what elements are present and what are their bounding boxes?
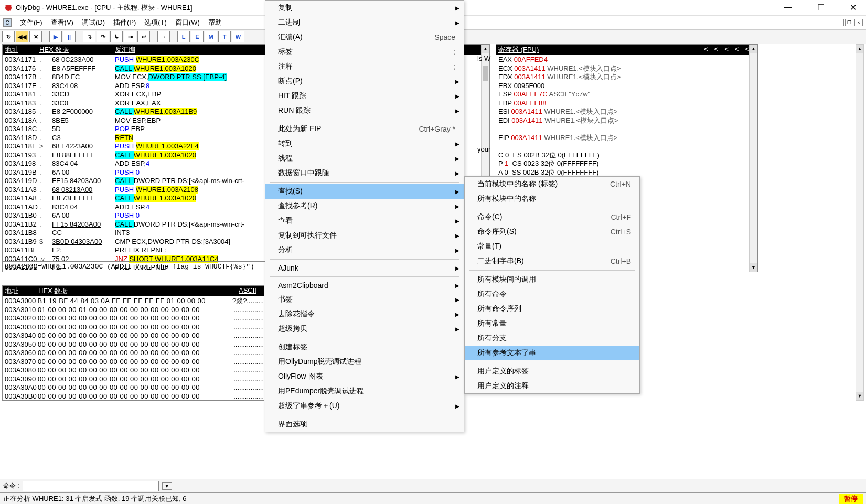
hex-body[interactable]: 003A3000B1 19 BF 44 84 03 0A FF FF FF FF… [3,296,264,401]
restart-button[interactable]: ↻ [2,31,15,42]
context-menu-item[interactable]: 注释; [265,59,464,74]
hex-line[interactable]: 003A302000 00 00 00 00 00 00 00 00 00 00… [3,314,264,323]
context-menu-item[interactable]: 所有模块中的名称 [465,191,639,206]
context-menu-item[interactable]: 此处为新 EIPCtrl+Gray * [265,122,464,136]
hex-line[interactable]: 003A303000 00 00 00 00 00 00 00 00 00 00… [3,323,264,332]
registers-body[interactable]: EAX 00AFFED4ECX 003A1411 WHURE1.<模块入口点>E… [496,55,757,195]
context-menu-item[interactable]: 所有常量 [465,316,639,331]
menu-item[interactable]: 帮助 [204,17,226,28]
menu-item[interactable]: 查看(V) [47,17,78,28]
context-menu-item[interactable]: 汇编(A)Space [265,30,464,45]
context-menu-item[interactable]: 去除花指令▶ [265,307,464,321]
context-menu-item[interactable]: 二进制字串(B)Ctrl+B [465,254,639,269]
close-button[interactable]: ✕ [844,2,862,14]
context-menu-item[interactable]: 用PEdumper脱壳调试进程 [265,384,464,399]
context-menu-item[interactable]: 数据窗口中跟随▶ [265,166,464,180]
toolbar-window-button[interactable]: M [205,31,217,42]
step-into-button[interactable]: ↴ [83,31,95,42]
scroll-up-icon[interactable]: ▲ [482,45,489,53]
run-button[interactable]: ▶ [49,31,62,42]
hex-line[interactable]: 003A3000B1 19 BF 44 84 03 0A FF FF FF FF… [3,297,264,306]
context-menu-item[interactable]: 命令(C)Ctrl+F [465,210,639,224]
context-menu-item[interactable]: Asm2Clipboard▶ [265,278,464,292]
context-menu-main[interactable]: 复制▶二进制▶汇编(A)Space标签:注释;断点(P)▶HIT 跟踪▶RUN … [265,0,464,432]
context-menu-item[interactable]: 所有命令序列 [465,302,639,316]
trace-into-button[interactable]: ↳ [110,31,123,42]
toolbar-window-button[interactable]: T [218,31,231,42]
hex-line[interactable]: 003A30A000 00 00 00 00 00 00 00 00 00 00… [3,383,264,392]
goto-button[interactable]: → [157,31,170,42]
mdi-minimize-icon[interactable]: _ [836,19,844,26]
registers-scrollbar[interactable]: ▲ ▼ [749,45,757,272]
register-nav-arrows[interactable]: <<<<< [704,45,755,55]
minimize-button[interactable]: — [778,2,797,14]
context-menu-item[interactable]: 标签: [265,45,464,59]
register-line[interactable]: EBX 0095F000 [496,82,757,91]
context-menu-item[interactable]: RUN 跟踪▶ [265,103,464,118]
context-menu-item[interactable]: 查找(S)▶ [265,184,464,199]
toolbar-window-button[interactable]: W [232,31,244,42]
hex-line[interactable]: 003A307000 00 00 00 00 00 00 00 00 00 00… [3,358,264,367]
context-menu-item[interactable]: 常量(T) [465,239,639,254]
context-menu-item[interactable]: OllyFlow 图表▶ [265,369,464,384]
menu-item[interactable]: 插件(P) [109,17,140,28]
hex-line[interactable]: 003A301001 00 00 00 01 00 00 00 00 00 00… [3,306,264,315]
hex-line[interactable]: 003A306000 00 00 00 00 00 00 00 00 00 00… [3,349,264,358]
flag-line[interactable]: C 0 ES 002B 32位 0(FFFFFFFF) [496,151,757,160]
context-menu-item[interactable]: 线程▶ [265,151,464,166]
menu-item[interactable]: 窗口(W) [171,17,204,28]
context-menu-item[interactable]: 分析▶ [265,243,464,258]
menu-item[interactable]: 选项(T) [140,17,171,28]
context-menu-item[interactable]: 复制▶ [265,1,464,15]
register-line[interactable]: ECX 003A1411 WHURE1.<模块入口点> [496,65,757,73]
register-line[interactable]: ESI 003A1411 WHURE1.<模块入口点> [496,108,757,116]
context-menu-item[interactable]: 超级拷贝▶ [265,321,464,336]
hex-line[interactable]: 003A305000 00 00 00 00 00 00 00 00 00 00… [3,340,264,349]
context-menu-item[interactable]: 创建标签 [265,340,464,355]
register-line[interactable]: ESP 00AFFE7C ASCII "Yc7w" [496,90,757,99]
context-menu-item[interactable]: 所有命令 [465,287,639,302]
rewind-button[interactable]: ◀◀ [16,31,28,42]
hex-line[interactable]: 003A304000 00 00 00 00 00 00 00 00 00 00… [3,331,264,340]
register-line[interactable]: EAX 00AFFED4 [496,56,757,65]
context-menu-item[interactable]: 用户定义的标签 [465,364,639,379]
context-menu-search[interactable]: 当前模块中的名称 (标签)Ctrl+N所有模块中的名称命令(C)Ctrl+F命令… [464,176,640,394]
context-menu-item[interactable]: 转到▶ [265,136,464,151]
context-menu-item[interactable]: 所有分支 [465,331,639,346]
context-menu-item[interactable]: 所有模块间的调用 [465,272,639,287]
flag-line[interactable]: P 1 CS 0023 32位 0(FFFFFFFF) [496,159,757,168]
trace-over-button[interactable]: ⇥ [124,31,136,42]
close-debug-button[interactable]: ✕ [29,31,42,42]
command-input[interactable] [23,481,159,491]
scroll-down-icon[interactable]: ▼ [750,263,757,272]
register-line[interactable]: EDX 003A1411 WHURE1.<模块入口点> [496,73,757,82]
hex-line[interactable]: 003A308000 00 00 00 00 00 00 00 00 00 00… [3,366,264,375]
context-menu-item[interactable]: 界面选项 [265,417,464,432]
context-menu-item[interactable]: 复制到可执行文件▶ [265,228,464,243]
outer-scrollbar[interactable]: ▲ ▼ [856,44,864,401]
context-menu-item[interactable]: 二进制▶ [265,15,464,30]
hex-line[interactable]: 003A30B000 00 00 00 00 00 00 00 00 00 00… [3,392,264,401]
execute-till-return-button[interactable]: ↩ [137,31,150,42]
step-over-button[interactable]: ↷ [97,31,109,42]
hex-line[interactable]: 003A309000 00 00 00 00 00 00 00 00 00 00… [3,375,264,384]
menu-item[interactable]: 文件(F) [16,17,47,28]
context-menu-item[interactable]: 超级字串参考＋(U)▶ [265,399,464,413]
context-menu-item[interactable]: AJunk▶ [265,261,464,275]
scroll-up-icon[interactable]: ▲ [750,45,757,53]
menu-item[interactable]: 调试(D) [78,17,109,28]
context-menu-item[interactable]: 查看▶ [265,213,464,228]
context-menu-item[interactable]: 当前模块中的名称 (标签)Ctrl+N [465,177,639,191]
pause-button[interactable]: || [63,31,76,42]
maximize-button[interactable]: ☐ [812,2,830,14]
command-dropdown-icon[interactable]: ▼ [162,482,172,490]
context-menu-item[interactable]: 查找参考(R)▶ [265,199,464,213]
toolbar-window-button[interactable]: L [177,31,190,42]
register-eip[interactable]: EIP 003A1411 WHURE1.<模块入口点> [496,134,757,143]
context-menu-item[interactable]: 书签▶ [265,292,464,307]
register-line[interactable]: EBP 00AFFE88 [496,99,757,108]
toolbar-window-button[interactable]: E [191,31,204,42]
context-menu-item[interactable]: 命令序列(S)Ctrl+S [465,224,639,239]
context-menu-item[interactable]: HIT 跟踪▶ [265,89,464,103]
context-menu-item[interactable]: 用户定义的注释 [465,379,639,393]
